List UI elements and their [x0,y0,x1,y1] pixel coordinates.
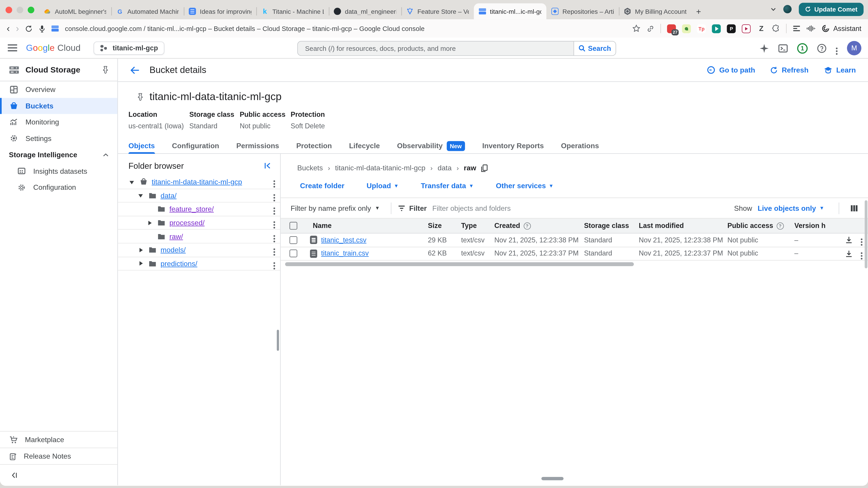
sidebar-section-storage-intelligence[interactable]: Storage Intelligence [0,147,117,163]
zoom-window-button[interactable] [28,6,34,13]
go-to-path-button[interactable]: Go to path [707,66,755,74]
browser-tab-github[interactable]: data_ml_engineering_ [329,3,401,20]
row-menu-icon[interactable] [274,203,280,215]
row-menu-icon[interactable] [861,234,862,246]
learn-button[interactable]: Learn [824,66,856,74]
table-row[interactable]: titanic_train.csv 62 KB text/csv Nov 21,… [281,247,868,260]
row-checkbox[interactable] [289,250,297,257]
caret-right-icon[interactable] [147,220,152,225]
row-checkbox[interactable] [289,236,297,244]
cloud-shell-icon[interactable] [778,44,788,53]
more-options-icon[interactable] [836,41,837,55]
waveform-icon[interactable] [807,25,815,32]
pin-icon[interactable] [102,66,108,73]
caret-right-icon[interactable] [138,261,143,266]
tab-configuration[interactable]: Configuration [172,138,219,154]
back-arrow-icon[interactable] [130,66,140,74]
browser-tab-titanic-kaggle[interactable]: Titanic - Machine Lear [256,3,329,20]
tree-row-models[interactable]: models/ [118,243,280,257]
column-header-size[interactable]: Size [428,222,461,230]
page-scrollbar-pill[interactable] [541,477,563,480]
gemini-sparkle-icon[interactable] [760,43,769,53]
browser-tab-feature-store[interactable]: Feature Store – Vertex [401,3,474,20]
browser-tab-bucket-active[interactable]: titanic-ml...ic-ml-gcp – [474,3,546,20]
filter-objects-input[interactable] [432,204,734,212]
mic-icon[interactable] [39,25,45,32]
help-circle-icon[interactable] [776,222,784,229]
tree-row-processed[interactable]: processed/ [118,216,280,230]
horizontal-scrollbar-thumb[interactable] [285,262,634,266]
transfer-data-button[interactable]: Transfer data▼ [421,182,474,190]
browser-tab-automated-ml[interactable]: Automated Machine Le [111,3,184,20]
tree-row-feature-store[interactable]: feature_store/ [118,203,280,216]
tab-protection[interactable]: Protection [296,138,332,154]
sidebar-item-release-notes[interactable]: Release Notes [0,448,117,464]
browser-tab-ideas[interactable]: Ideas for improving fe [184,3,256,20]
browser-profile-avatar[interactable] [783,5,792,13]
row-menu-icon[interactable] [274,176,280,188]
bucket-pin-icon[interactable] [137,93,143,101]
tree-row-raw[interactable]: raw/ [118,230,280,243]
sidebar-item-buckets[interactable]: Buckets [0,98,117,114]
bookmark-star-icon[interactable] [632,24,641,33]
collapse-panel-icon[interactable] [264,162,271,169]
tree-row-predictions[interactable]: predictions/ [118,257,280,271]
filter-prefix-dropdown[interactable]: Filter by name prefix only▼ [286,204,384,212]
tree-link[interactable]: raw/ [169,232,183,240]
column-header-storage-class[interactable]: Storage class [584,222,639,230]
select-all-checkbox[interactable] [289,222,297,230]
breadcrumb-data[interactable]: data [438,164,452,172]
help-circle-icon[interactable] [524,222,531,229]
vertical-scrollbar-thumb[interactable] [865,200,867,268]
breadcrumb-bucket-name[interactable]: titanic-ml-data-titanic-ml-gcp [335,164,426,172]
copy-path-icon[interactable] [481,164,488,172]
tab-permissions[interactable]: Permissions [236,138,279,154]
account-avatar[interactable]: M [847,41,862,55]
folder-panel-scrollbar[interactable] [277,330,279,351]
tree-row-data[interactable]: data/ [118,189,280,203]
address-bar[interactable]: console.cloud.google.com / titanic-ml...… [65,25,626,32]
column-display-icon[interactable] [846,204,862,212]
row-menu-icon[interactable] [274,258,280,269]
tree-link[interactable]: data/ [160,191,177,200]
tab-operations[interactable]: Operations [561,138,599,154]
close-window-button[interactable] [5,6,12,13]
browser-tab-repositories[interactable]: Repositories – Artifac [546,3,619,20]
upload-button[interactable]: Upload▼ [367,182,399,190]
tree-link[interactable]: titanic-ml-data-titanic-ml-gcp [152,178,242,186]
tree-row-bucket[interactable]: titanic-ml-data-titanic-ml-gcp [118,175,280,189]
row-menu-icon[interactable] [274,217,280,228]
extension-icon-tp[interactable] [697,24,706,33]
extension-icon-play[interactable] [742,24,751,33]
row-menu-icon[interactable] [274,190,280,201]
reading-list-icon[interactable] [793,26,801,32]
tree-link[interactable]: predictions/ [160,259,197,268]
row-menu-icon[interactable] [861,248,862,259]
column-header-type[interactable]: Type [461,222,494,230]
object-link[interactable]: titanic_test.csv [321,236,366,244]
forward-icon[interactable]: › [16,24,19,33]
tab-lifecycle[interactable]: Lifecycle [349,138,380,154]
hamburger-menu-icon[interactable] [8,44,17,52]
tree-link[interactable]: models/ [160,246,186,254]
update-comet-button[interactable]: Update Comet [799,2,864,16]
create-folder-button[interactable]: Create folder [300,182,344,190]
assistant-button[interactable]: Assistant [822,24,862,33]
tree-link[interactable]: feature_store/ [169,205,214,213]
tree-link[interactable]: processed/ [169,219,205,227]
sidebar-item-configuration[interactable]: Configuration [0,179,117,195]
minimize-window-button[interactable] [17,6,23,13]
tab-search-chevron-icon[interactable] [771,6,776,12]
refresh-button[interactable]: Refresh [770,66,809,74]
column-header-version[interactable]: Version h [794,222,825,230]
tab-observability[interactable]: ObservabilityNew [397,138,465,154]
back-icon[interactable]: ‹ [6,24,10,33]
reload-icon[interactable] [25,25,33,32]
extension-icon-red[interactable]: 27 [667,24,676,33]
object-link[interactable]: titanic_train.csv [321,250,369,257]
search-button[interactable]: Search [574,41,616,55]
sidebar-item-monitoring[interactable]: Monitoring [0,114,117,130]
tab-inventory-reports[interactable]: Inventory Reports [482,138,544,154]
tab-objects[interactable]: Objects [128,138,155,154]
column-header-created[interactable]: Created [494,222,584,230]
